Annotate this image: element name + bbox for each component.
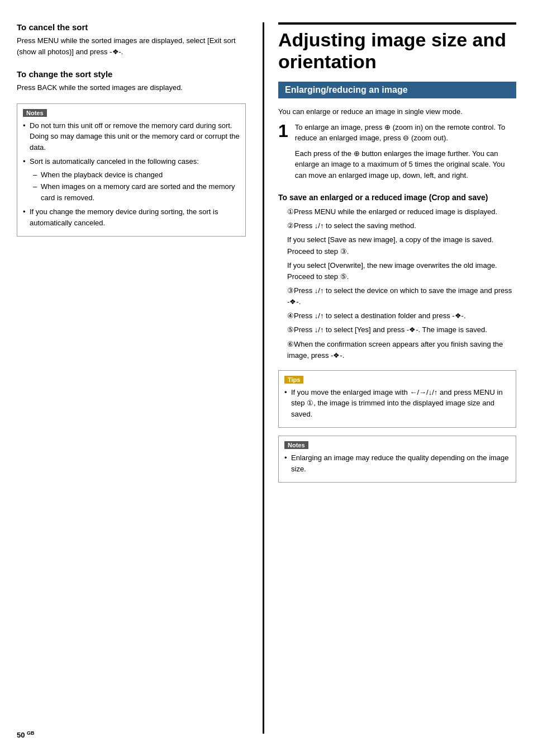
left-notes-label: Notes (23, 109, 47, 117)
crop-step-1: ①Press MENU while the enlarged or reduce… (278, 206, 516, 218)
change-sort-title: To change the sort style (17, 69, 246, 79)
crop-step-2: ②Press ↓/↑ to select the saving method. (278, 220, 516, 231)
subsection-header: Enlarging/reducing an image (278, 82, 516, 98)
change-sort-text: Press BACK while the sorted images are d… (17, 82, 246, 93)
right-column: Adjusting image size and orientation Enl… (263, 22, 516, 734)
intro-text: You can enlarge or reduce an image in si… (278, 106, 516, 117)
main-title: Adjusting image size and orientation (278, 22, 516, 73)
step-1-number: 1 (278, 122, 288, 140)
note-item-3: If you change the memory device during s… (23, 206, 240, 228)
crop-step-3: ③Press ↓/↑ to select the device on which… (278, 285, 516, 308)
step-1-container: 1 To enlarge an image, press ⊕ (zoom in)… (278, 122, 516, 186)
page-suffix: GB (27, 730, 35, 736)
crop-step-5: ⑤Press ↓/↑ to select [Yes] and press -❖-… (278, 324, 516, 336)
cancel-sort-text: Press MENU while the sorted images are d… (17, 35, 246, 57)
step-1-text: To enlarge an image, press ⊕ (zoom in) o… (295, 122, 516, 144)
sort-case-2: When images on a memory card are sorted … (30, 181, 240, 203)
crop-step-4: ④Press ↓/↑ to select a destination folde… (278, 310, 516, 322)
tips-label: Tips (284, 376, 303, 384)
left-notes-list: Do not turn this unit off or remove the … (23, 120, 240, 229)
tips-box: Tips If you move the enlarged image with… (278, 370, 516, 428)
crop-step-2b: If you select [Overwrite], the new image… (278, 260, 516, 282)
left-notes-box: Notes Do not turn this unit off or remov… (17, 103, 246, 237)
step-1-content: To enlarge an image, press ⊕ (zoom in) o… (295, 122, 516, 186)
note-item-1: Do not turn this unit off or remove the … (23, 120, 240, 153)
left-column: To cancel the sort Press MENU while the … (17, 22, 263, 734)
right-notes-label: Notes (284, 441, 308, 449)
right-notes-list: Enlarging an image may reduce the qualit… (284, 452, 510, 474)
tips-list: If you move the enlarged image with ←/→/… (284, 387, 510, 420)
right-notes-box: Notes Enlarging an image may reduce the … (278, 436, 516, 483)
sort-cases-list: When the playback device is changed When… (30, 169, 240, 204)
tip-item-1: If you move the enlarged image with ←/→/… (284, 387, 510, 420)
crop-title: To save an enlarged or a reduced image (… (278, 193, 516, 202)
note-item-2: Sort is automatically canceled in the fo… (23, 156, 240, 203)
sort-case-1: When the playback device is changed (30, 169, 240, 181)
crop-step-6: ⑥When the confirmation screen appears af… (278, 339, 516, 361)
step-1-detail: Each press of the ⊕ button enlarges the … (295, 148, 516, 181)
crop-step-2a: If you select [Save as new image], a cop… (278, 234, 516, 257)
right-note-1: Enlarging an image may reduce the qualit… (284, 452, 510, 474)
crop-steps-list: ①Press MENU while the enlarged or reduce… (278, 206, 516, 361)
page-footer: 50 GB (17, 730, 35, 739)
cancel-sort-title: To cancel the sort (17, 22, 246, 32)
page-number: 50 (17, 731, 25, 739)
